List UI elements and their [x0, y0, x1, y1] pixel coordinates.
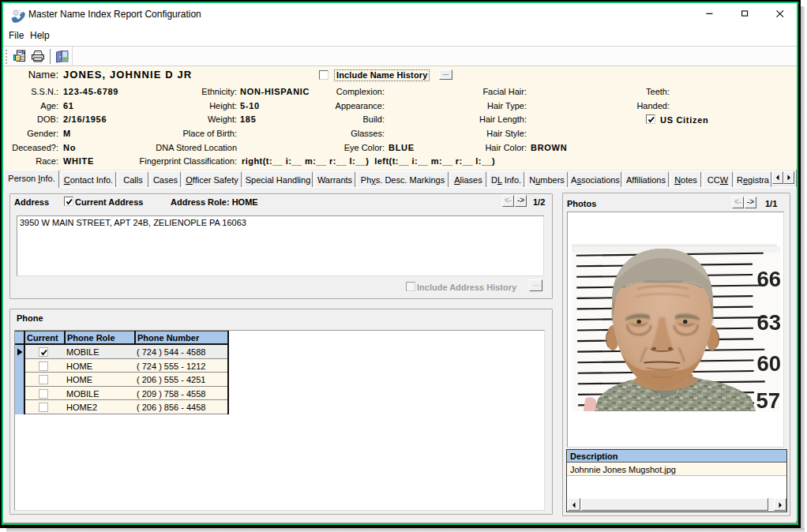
svg-text:57: 57	[756, 388, 780, 411]
svg-text:60: 60	[756, 351, 781, 376]
svg-text:66: 66	[756, 267, 781, 291]
svg-text:63: 63	[756, 310, 781, 335]
